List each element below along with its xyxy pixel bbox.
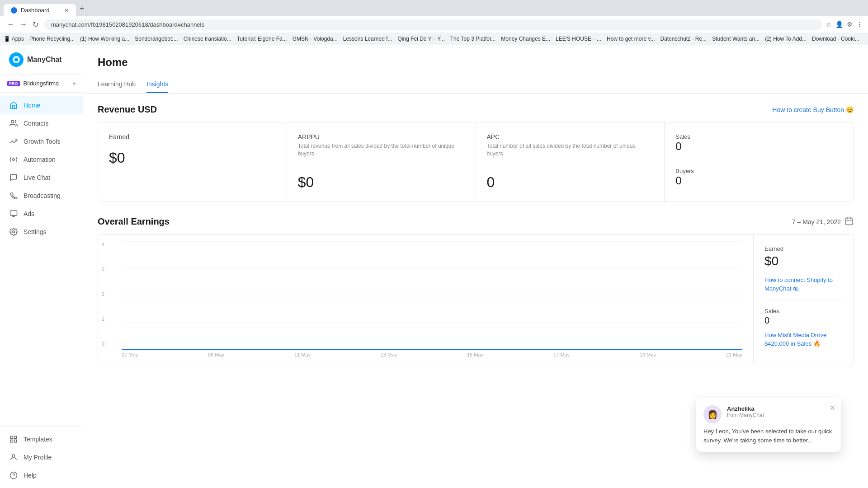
- svg-rect-10: [10, 440, 13, 442]
- bookmark-16[interactable]: Download - Cooki...: [812, 36, 859, 42]
- bookmark-12[interactable]: How to get more v...: [607, 36, 655, 42]
- bookmark-apps[interactable]: 📱 Apps: [4, 36, 24, 42]
- back-button[interactable]: ←: [5, 19, 16, 30]
- sidebar-item-my-profile[interactable]: My Profile: [0, 448, 83, 466]
- bookmark-7[interactable]: Lessons Learned f...: [343, 36, 392, 42]
- bookmark-2[interactable]: (1) How Working a...: [80, 36, 129, 42]
- chart-svg-wrapper: [122, 242, 742, 350]
- arppu-value: $0: [298, 174, 465, 191]
- growth-tools-icon: [9, 137, 18, 146]
- page-title: Home: [98, 56, 854, 69]
- calendar-icon[interactable]: [844, 216, 854, 227]
- bookmark-14[interactable]: Student Wants an...: [712, 36, 760, 42]
- sidebar-item-label-broadcasting: Broadcasting: [24, 192, 61, 199]
- bookmark-1[interactable]: Phone Recycling...: [29, 36, 75, 42]
- chart-area: 4 3 2 1 0: [98, 235, 753, 365]
- reload-button[interactable]: ↻: [31, 19, 40, 30]
- bookmark-13[interactable]: Datenschutz - Re...: [660, 36, 707, 42]
- misfit-link[interactable]: How Misfit Media Drove $420,000 in Sales…: [764, 331, 842, 347]
- svg-rect-7: [10, 436, 13, 438]
- contacts-icon: [9, 119, 18, 128]
- sidebar-item-home[interactable]: Home: [0, 96, 83, 114]
- shopify-link[interactable]: How to connect Shopify to ManyChat 🛍: [764, 277, 833, 292]
- sidebar-item-live-chat[interactable]: Live Chat: [0, 169, 83, 187]
- svg-rect-8: [14, 436, 17, 438]
- chart-earned-label: Earned: [764, 245, 842, 252]
- pro-badge: PRO: [7, 81, 20, 86]
- url-input[interactable]: manychat.com/fb1981502081920618/dashboar…: [44, 19, 822, 30]
- chart-y-axis: 4 3 2 1 0: [102, 242, 104, 347]
- bookmark-11[interactable]: LEE'S HOUSE—...: [556, 36, 601, 42]
- browser-actions: ☆ 👤 ⚙ ⋮: [826, 21, 863, 28]
- revenue-section-header: Revenue USD How to create Buy Button 😊: [98, 104, 854, 115]
- chat-avatar: 👩: [703, 405, 722, 423]
- sidebar-item-automation[interactable]: Automation: [0, 150, 83, 169]
- earned-label: Earned: [109, 133, 276, 141]
- settings-icon: [9, 227, 18, 236]
- chat-popup-header: 👩 Anzhelika from ManyChat: [703, 405, 834, 423]
- chart-container: 4 3 2 1 0: [98, 234, 854, 365]
- buyers-label: Buyers: [675, 168, 842, 174]
- sales-buyers-card: Sales 0 Buyers 0: [665, 122, 853, 202]
- sidebar-item-label-templates: Templates: [24, 436, 52, 443]
- bookmark-6[interactable]: GMSN - Vologda...: [292, 36, 338, 42]
- x-label-15may: 15 May: [467, 352, 483, 357]
- bookmark-8[interactable]: Qing Fei De Yi - Y...: [397, 36, 444, 42]
- y-label-3: 3: [102, 267, 104, 272]
- bookmark-9[interactable]: The Top 3 Platfor...: [450, 36, 496, 42]
- bookmark-5[interactable]: Tutorial: Eigene Fa...: [237, 36, 287, 42]
- y-label-4: 4: [102, 242, 104, 247]
- apc-desc: Total number of all sales divided by the…: [487, 142, 654, 158]
- svg-rect-3: [10, 211, 17, 216]
- manychat-logo-icon: [9, 52, 24, 67]
- bookmark-15[interactable]: (2) How To Add...: [765, 36, 807, 42]
- sidebar-item-label-automation: Automation: [24, 156, 56, 163]
- profile-nav-icon: [9, 453, 18, 462]
- sidebar-item-broadcasting[interactable]: Broadcasting: [0, 187, 83, 205]
- browser-tab[interactable]: Dashboard ✕: [4, 4, 76, 16]
- sidebar-item-label-help: Help: [24, 472, 37, 479]
- sidebar-item-settings[interactable]: Settings: [0, 223, 83, 241]
- bookmark-icon[interactable]: ☆: [826, 21, 832, 28]
- tab-insights[interactable]: Insights: [146, 76, 168, 93]
- sidebar-item-contacts[interactable]: Contacts: [0, 114, 83, 132]
- chat-close-button[interactable]: ✕: [830, 404, 835, 412]
- nav-buttons: ← → ↻: [5, 19, 40, 30]
- sidebar-logo: ManyChat: [0, 45, 83, 75]
- x-label-21may: 21 May: [726, 352, 742, 357]
- bookmark-3[interactable]: Sonderangebot:...: [135, 36, 178, 42]
- sidebar-item-ads[interactable]: Ads: [0, 205, 83, 223]
- profile-icon[interactable]: 👤: [835, 21, 843, 28]
- svg-point-6: [13, 231, 15, 233]
- y-label-1: 1: [102, 316, 104, 322]
- menu-icon[interactable]: ⋮: [856, 21, 863, 28]
- x-label-19may: 19 May: [640, 352, 656, 357]
- help-icon: [9, 471, 18, 480]
- templates-icon: [9, 435, 18, 444]
- sidebar-item-templates[interactable]: Templates: [0, 430, 83, 448]
- chart-svg: [122, 242, 742, 350]
- buyers-item: Buyers 0: [675, 168, 842, 187]
- bookmark-10[interactable]: Money Changes E...: [501, 36, 550, 42]
- sales-item: Sales 0: [675, 133, 842, 153]
- account-switcher[interactable]: PRO Bildungsfirma ▾: [0, 75, 83, 93]
- date-range: 7 – May 21, 2022: [792, 216, 854, 227]
- close-tab-button[interactable]: ✕: [64, 7, 69, 14]
- page-header: Home Learning Hub Insights: [83, 45, 868, 94]
- bookmark-4[interactable]: Chinese translatio...: [184, 36, 231, 42]
- logo-text: ManyChat: [27, 56, 61, 64]
- sidebar-item-help[interactable]: Help: [0, 466, 83, 484]
- extensions-icon[interactable]: ⚙: [847, 21, 853, 28]
- sidebar: ManyChat PRO Bildungsfirma ▾ Home Contac…: [0, 45, 83, 488]
- sidebar-item-growth-tools[interactable]: Growth Tools: [0, 132, 83, 150]
- new-tab-button[interactable]: +: [76, 1, 88, 16]
- buy-button-link[interactable]: How to create Buy Button 😊: [772, 106, 854, 113]
- tab-learning-hub[interactable]: Learning Hub: [98, 76, 136, 93]
- live-chat-icon: [9, 173, 18, 182]
- x-label-09may: 09 May: [208, 352, 224, 357]
- tab-title: Dashboard: [21, 7, 50, 14]
- chart-sales-label: Sales: [764, 308, 842, 314]
- chart-earned-value: $0: [764, 254, 842, 268]
- chart-x-axis: 07 May 09 May 11 May 13 May 15 May 17 Ma…: [122, 350, 742, 357]
- forward-button[interactable]: →: [18, 19, 29, 30]
